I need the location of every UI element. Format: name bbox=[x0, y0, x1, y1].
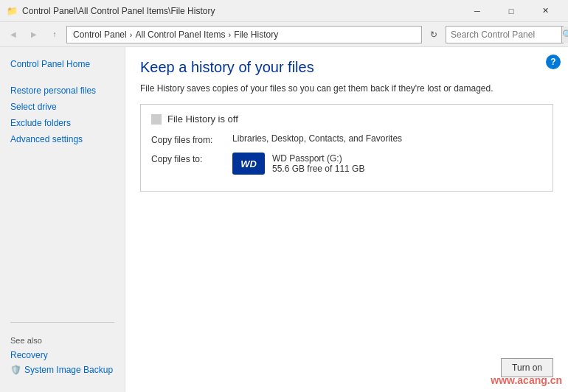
sidebar-bottom: See also Recovery 🛡️ System Image Backup bbox=[0, 307, 125, 383]
breadcrumb-all-items[interactable]: All Control Panel Items bbox=[135, 29, 225, 40]
sidebar: Control Panel Home Restore personal file… bbox=[0, 47, 125, 392]
content-area: ? Keep a history of your files File Hist… bbox=[125, 47, 568, 392]
title-bar: 📁 Control Panel\All Control Panel Items\… bbox=[0, 0, 568, 22]
content-description: File History saves copies of your files … bbox=[140, 83, 553, 94]
window-title: Control Panel\All Control Panel Items\Fi… bbox=[22, 6, 460, 16]
up-button[interactable]: ↑ bbox=[46, 26, 63, 43]
search-input[interactable] bbox=[451, 29, 561, 40]
sidebar-item-restore-personal-files[interactable]: Restore personal files bbox=[0, 83, 125, 99]
sidebar-item-system-image-backup-label: System Image Backup bbox=[24, 365, 113, 375]
drive-space: 55.6 GB free of 111 GB bbox=[272, 164, 364, 174]
sidebar-divider bbox=[10, 322, 114, 323]
help-button[interactable]: ? bbox=[546, 55, 561, 69]
breadcrumb-bar[interactable]: Control Panel › All Control Panel Items … bbox=[66, 26, 422, 43]
file-history-status-box: File History is off Copy files from: Lib… bbox=[140, 104, 553, 192]
maximize-button[interactable]: □ bbox=[494, 0, 528, 22]
breadcrumb-file-history: File History bbox=[234, 29, 278, 40]
sidebar-section-label: See also bbox=[0, 332, 125, 348]
sidebar-item-recovery[interactable]: Recovery bbox=[0, 348, 125, 363]
page-title: Keep a history of your files bbox=[140, 59, 553, 76]
sidebar-nav: Control Panel Home Restore personal file… bbox=[0, 56, 125, 307]
forward-button[interactable]: ▶ bbox=[25, 26, 43, 43]
refresh-button[interactable]: ↻ bbox=[425, 26, 443, 43]
sidebar-item-control-panel-home[interactable]: Control Panel Home bbox=[0, 56, 125, 72]
window-controls: ─ □ ✕ bbox=[460, 0, 562, 22]
copy-from-value: Libraries, Desktop, Contacts, and Favori… bbox=[232, 133, 402, 144]
main-layout: Control Panel Home Restore personal file… bbox=[0, 47, 568, 392]
address-bar: ◀ ▶ ↑ Control Panel › All Control Panel … bbox=[0, 22, 568, 47]
sidebar-item-recovery-label: Recovery bbox=[10, 350, 48, 360]
breadcrumb-control-panel[interactable]: Control Panel bbox=[73, 29, 127, 40]
sidebar-item-select-drive[interactable]: Select drive bbox=[0, 99, 125, 115]
minimize-button[interactable]: ─ bbox=[460, 0, 494, 22]
shield-icon: 🛡️ bbox=[10, 365, 21, 375]
sidebar-item-exclude-folders[interactable]: Exclude folders bbox=[0, 115, 125, 131]
close-button[interactable]: ✕ bbox=[528, 0, 562, 22]
status-indicator bbox=[151, 114, 162, 125]
copy-to-label: Copy files to: bbox=[151, 153, 232, 164]
sidebar-item-system-image-backup[interactable]: 🛡️ System Image Backup bbox=[0, 363, 125, 377]
drive-container: WD WD Passport (G:) 55.6 GB free of 111 … bbox=[232, 153, 364, 175]
copy-from-label: Copy files from: bbox=[151, 133, 232, 145]
copy-to-row: Copy files to: WD WD Passport (G:) 55.6 … bbox=[151, 153, 542, 175]
search-icon: 🔍 bbox=[562, 29, 568, 40]
search-box[interactable]: 🔍 bbox=[446, 26, 564, 43]
turn-on-button[interactable]: Turn on bbox=[501, 358, 553, 377]
back-button[interactable]: ◀ bbox=[4, 26, 22, 43]
wd-logo: WD bbox=[232, 153, 265, 175]
copy-from-row: Copy files from: Libraries, Desktop, Con… bbox=[151, 133, 542, 145]
file-history-header: File History is off bbox=[151, 113, 542, 125]
search-button[interactable]: 🔍 bbox=[561, 27, 568, 43]
sidebar-item-advanced-settings[interactable]: Advanced settings bbox=[0, 131, 125, 147]
drive-name: WD Passport (G:) bbox=[272, 153, 364, 164]
status-text: File History is off bbox=[167, 113, 238, 125]
window-icon: 📁 bbox=[6, 5, 18, 17]
drive-info: WD Passport (G:) 55.6 GB free of 111 GB bbox=[272, 153, 364, 174]
